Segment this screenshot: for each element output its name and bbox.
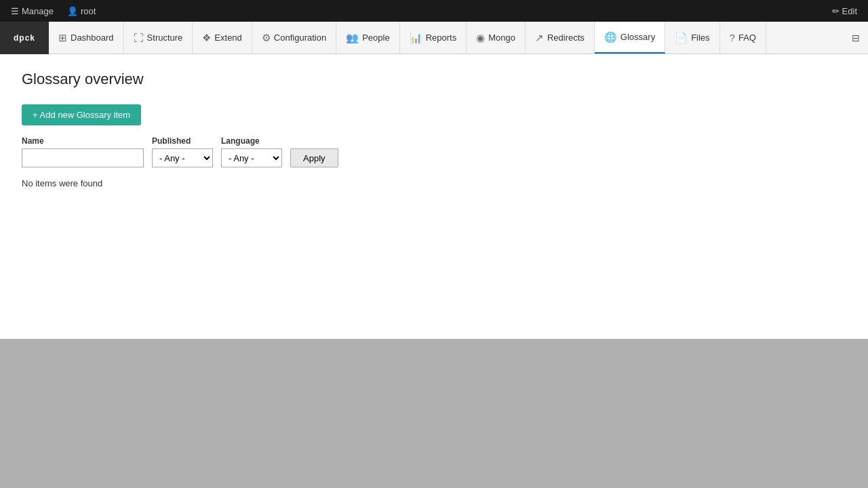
nav-item-configuration-label: Configuration bbox=[274, 33, 326, 43]
logo-text: dpck bbox=[14, 33, 35, 43]
published-filter-label: Published bbox=[152, 136, 213, 146]
nav-item-glossary-label: Glossary bbox=[620, 32, 655, 42]
nav-extras-icon: ⊟ bbox=[852, 33, 860, 43]
files-icon: 📄 bbox=[675, 32, 688, 44]
name-filter-input[interactable] bbox=[22, 148, 144, 167]
admin-bar-left: ☰ Manage 👤 root bbox=[5, 0, 101, 22]
user-label: root bbox=[81, 6, 96, 16]
nav-item-people-label: People bbox=[362, 33, 389, 43]
site-logo[interactable]: dpck bbox=[0, 22, 49, 54]
manage-label: Manage bbox=[22, 6, 54, 16]
redirects-icon: ↗ bbox=[535, 32, 544, 44]
nav-item-structure-label: Structure bbox=[147, 33, 183, 43]
nav-item-glossary[interactable]: 🌐 Glossary bbox=[595, 22, 665, 54]
nav-bar: dpck ⊞ Dashboard ⛶ Structure ❖ Extend ⚙ … bbox=[0, 22, 868, 54]
configuration-icon: ⚙ bbox=[262, 32, 271, 44]
dashboard-icon: ⊞ bbox=[58, 32, 67, 44]
reports-icon: 📊 bbox=[410, 32, 422, 44]
user-menu-item[interactable]: 👤 root bbox=[62, 0, 101, 22]
nav-item-dashboard-label: Dashboard bbox=[71, 33, 114, 43]
extend-icon: ❖ bbox=[202, 32, 211, 44]
edit-menu-item[interactable]: ✏ Edit bbox=[827, 0, 863, 22]
add-glossary-item-button[interactable]: + Add new Glossary item bbox=[22, 104, 141, 125]
published-filter-select[interactable]: - Any - bbox=[152, 148, 213, 167]
hamburger-icon: ☰ bbox=[11, 6, 19, 16]
nav-items: ⊞ Dashboard ⛶ Structure ❖ Extend ⚙ Confi… bbox=[49, 22, 844, 54]
faq-icon: ? bbox=[730, 32, 735, 43]
nav-item-mongo[interactable]: ◉ Mongo bbox=[467, 22, 526, 54]
nav-right: ⊟ bbox=[844, 22, 868, 54]
nav-item-files-label: Files bbox=[691, 33, 709, 43]
nav-item-faq-label: FAQ bbox=[738, 33, 756, 43]
language-filter-group: Language - Any - bbox=[221, 136, 282, 167]
admin-bar: ☰ Manage 👤 root ✏ Edit bbox=[0, 0, 868, 22]
nav-item-extend-label: Extend bbox=[214, 33, 241, 43]
nav-item-structure[interactable]: ⛶ Structure bbox=[124, 22, 193, 54]
glossary-icon: 🌐 bbox=[604, 31, 617, 43]
nav-item-faq[interactable]: ? FAQ bbox=[720, 22, 766, 54]
edit-label: Edit bbox=[842, 6, 857, 16]
nav-item-extend[interactable]: ❖ Extend bbox=[193, 22, 252, 54]
nav-item-people[interactable]: 👥 People bbox=[336, 22, 399, 54]
edit-icon: ✏ bbox=[832, 6, 840, 16]
nav-item-reports-label: Reports bbox=[426, 33, 457, 43]
admin-bar-right: ✏ Edit bbox=[827, 0, 863, 22]
name-filter-label: Name bbox=[22, 136, 144, 146]
people-icon: 👥 bbox=[346, 32, 359, 44]
published-filter-group: Published - Any - bbox=[152, 136, 213, 167]
structure-icon: ⛶ bbox=[134, 32, 144, 43]
bottom-area bbox=[0, 339, 868, 488]
nav-item-reports[interactable]: 📊 Reports bbox=[400, 22, 467, 54]
apply-filter-button[interactable]: Apply bbox=[290, 148, 338, 167]
user-icon: 👤 bbox=[67, 6, 78, 16]
page-title: Glossary overview bbox=[22, 70, 846, 88]
nav-item-redirects[interactable]: ↗ Redirects bbox=[526, 22, 595, 54]
mongo-icon: ◉ bbox=[476, 32, 485, 44]
nav-item-configuration[interactable]: ⚙ Configuration bbox=[252, 22, 336, 54]
manage-menu-item[interactable]: ☰ Manage bbox=[5, 0, 59, 22]
main-content: Glossary overview + Add new Glossary ite… bbox=[0, 54, 868, 339]
no-items-message: No items were found bbox=[22, 178, 846, 188]
language-filter-label: Language bbox=[221, 136, 282, 146]
nav-extras-button[interactable]: ⊟ bbox=[844, 22, 868, 54]
nav-item-dashboard[interactable]: ⊞ Dashboard bbox=[49, 22, 124, 54]
name-filter-group: Name bbox=[22, 136, 144, 167]
nav-item-mongo-label: Mongo bbox=[488, 33, 515, 43]
filter-row: Name Published - Any - Language - Any - … bbox=[22, 136, 846, 167]
nav-item-files[interactable]: 📄 Files bbox=[665, 22, 719, 54]
language-filter-select[interactable]: - Any - bbox=[221, 148, 282, 167]
nav-item-redirects-label: Redirects bbox=[547, 33, 585, 43]
